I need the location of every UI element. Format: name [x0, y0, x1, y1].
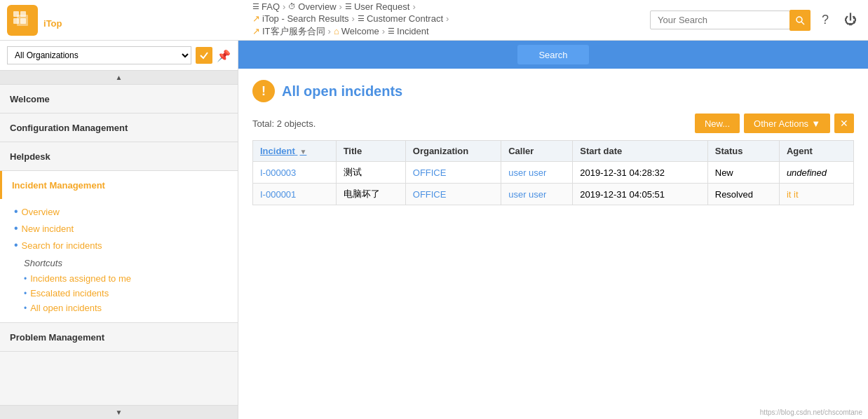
global-search-input[interactable]	[650, 11, 790, 29]
svg-rect-4	[17, 15, 28, 26]
breadcrumb-search-results[interactable]: iTop - Search Results	[262, 13, 349, 24]
breadcrumb-row-1: ☰ FAQ › ⏱ Overview › ☰ User Request ›	[252, 1, 650, 12]
cell-status-0: New	[707, 162, 779, 184]
cell-date-1: 2019-12-31 04:05:51	[573, 184, 707, 205]
new-button[interactable]: New...	[695, 114, 740, 133]
svg-line-6	[801, 22, 804, 25]
breadcrumb-customer-contract[interactable]: Customer Contract	[367, 13, 443, 24]
nav-section-problem: Problem Management	[0, 323, 238, 352]
breadcrumb-faq[interactable]: FAQ	[262, 1, 280, 12]
nav-section-config: Configuration Management	[0, 114, 238, 142]
clock-icon: ⏱	[288, 2, 296, 11]
breadcrumb-welcome[interactable]: Welcome	[341, 26, 379, 36]
list-icon-4: ☰	[388, 27, 395, 36]
svg-point-5	[796, 17, 802, 22]
sidebar: All Organizations 📌 ▲ Welcome Configurat…	[0, 41, 238, 419]
breadcrumb-incident[interactable]: Incident	[397, 26, 429, 36]
main-content: Search ! All open incidents Total: 2 obj…	[238, 41, 868, 419]
col-start-date: Start date	[573, 141, 707, 162]
agent-value-0: undefined	[787, 167, 827, 178]
cell-status-1: Resolved	[707, 184, 779, 205]
search-area: ? ⏻	[650, 10, 861, 31]
cell-org-1: OFFICE	[405, 184, 501, 205]
scroll-down-button[interactable]: ▼	[0, 405, 238, 419]
arrow-icon-2: ↗	[252, 26, 260, 36]
delete-all-button[interactable]: ✕	[834, 114, 854, 133]
table-header-row: Incident ▼ Title Organization Caller	[253, 141, 854, 162]
action-buttons: New... Other Actions ▼ ✕	[695, 114, 854, 133]
breadcrumb-user-request[interactable]: User Request	[354, 1, 409, 12]
cell-caller-1: user user	[501, 184, 573, 205]
pin-button[interactable]: 📌	[217, 49, 231, 62]
breadcrumb-row-3: ↗ IT客户服务合同 › ⌂ Welcome › ☰ Incident	[252, 25, 650, 38]
shortcut-incidents-assigned[interactable]: Incidents assigned to me	[14, 271, 238, 286]
sidebar-item-welcome[interactable]: Welcome	[0, 85, 238, 113]
breadcrumb-overview[interactable]: Overview	[298, 1, 336, 12]
breadcrumb-it-contract[interactable]: IT客户服务合同	[262, 25, 325, 38]
sidebar-item-problem[interactable]: Problem Management	[0, 323, 238, 351]
caller-link-0[interactable]: user user	[508, 167, 546, 178]
shortcut-escalated[interactable]: Escalated incidents	[14, 286, 238, 301]
incident-link-1[interactable]: I-000001	[260, 189, 296, 200]
results-count: Total: 2 objects.	[252, 118, 316, 129]
nav-item-overview[interactable]: Overview	[14, 203, 238, 220]
page-title-row: ! All open incidents	[252, 80, 854, 102]
main-body: ! All open incidents Total: 2 objects. N…	[238, 69, 868, 419]
sort-arrow-icon: ▼	[299, 148, 306, 156]
cell-title-1: 电脑坏了	[336, 184, 405, 205]
nav-section-incident: Incident Management Overview New inciden…	[0, 171, 238, 323]
sidebar-item-config[interactable]: Configuration Management	[0, 114, 238, 142]
cell-agent-0: undefined	[779, 162, 853, 184]
dropdown-arrow-icon: ▼	[811, 118, 820, 129]
sidebar-item-incident[interactable]: Incident Management	[0, 171, 238, 199]
col-incident[interactable]: Incident ▼	[253, 141, 337, 162]
cell-incident-0: I-000003	[253, 162, 337, 184]
sidebar-item-helpdesk[interactable]: Helpdesk	[0, 142, 238, 170]
org-link-0[interactable]: OFFICE	[413, 167, 447, 178]
delete-icon: ✕	[840, 118, 848, 129]
arrow-icon-1: ↗	[252, 13, 260, 24]
global-search-button[interactable]	[789, 10, 811, 31]
nav-section-welcome: Welcome	[0, 85, 238, 114]
shortcut-all-open[interactable]: All open incidents	[14, 301, 238, 315]
search-box	[650, 10, 811, 31]
shortcuts-label: Shortcuts	[14, 254, 238, 271]
home-icon: ⌂	[334, 26, 339, 36]
table-row: I-000001 电脑坏了 OFFICE user user 2019-12-3…	[253, 184, 854, 205]
caller-link-1[interactable]: user user	[508, 189, 546, 200]
logo-icon	[7, 5, 38, 36]
nav-section-helpdesk: Helpdesk	[0, 142, 238, 171]
content-wrapper: All Organizations 📌 ▲ Welcome Configurat…	[0, 41, 868, 419]
cell-title-0: 测试	[336, 162, 405, 184]
breadcrumb-row-2: ↗ iTop - Search Results › ☰ Customer Con…	[252, 13, 650, 24]
results-bar: Total: 2 objects. New... Other Actions ▼…	[252, 114, 854, 133]
breadcrumb-area: ☰ FAQ › ⏱ Overview › ☰ User Request › ↗ …	[245, 1, 650, 39]
scroll-up-button[interactable]: ▲	[0, 71, 238, 85]
help-button[interactable]: ?	[815, 10, 836, 31]
logo-area: iTop	[7, 5, 245, 36]
cell-agent-1: it it	[779, 184, 853, 205]
warning-icon: !	[252, 80, 275, 102]
search-bar-top: Search	[238, 41, 868, 69]
col-title: Title	[336, 141, 405, 162]
search-button[interactable]: Search	[517, 45, 588, 64]
agent-link-1[interactable]: it it	[787, 189, 799, 200]
list-icon-3: ☰	[358, 14, 365, 23]
list-icon-1: ☰	[252, 2, 259, 11]
incident-link-0[interactable]: I-000003	[260, 167, 296, 178]
col-caller: Caller	[501, 141, 573, 162]
nav-item-search-incidents[interactable]: Search for incidents	[14, 237, 238, 254]
cell-org-0: OFFICE	[405, 162, 501, 184]
org-apply-button[interactable]	[196, 47, 212, 64]
footer-url: https://blog.csdn.net/chscomtane	[760, 408, 862, 416]
org-select[interactable]: All Organizations	[7, 46, 191, 64]
cell-incident-1: I-000001	[253, 184, 337, 205]
org-link-1[interactable]: OFFICE	[413, 189, 447, 200]
user-menu-button[interactable]: ⏻	[840, 10, 861, 31]
top-bar: iTop ☰ FAQ › ⏱ Overview › ☰ User Request…	[0, 0, 868, 41]
app-logo-text: iTop	[43, 9, 62, 32]
nav-item-new-incident[interactable]: New incident	[14, 220, 238, 237]
other-actions-button[interactable]: Other Actions ▼	[744, 114, 830, 133]
cell-caller-0: user user	[501, 162, 573, 184]
table-row: I-000003 测试 OFFICE user user 2019-12-31 …	[253, 162, 854, 184]
